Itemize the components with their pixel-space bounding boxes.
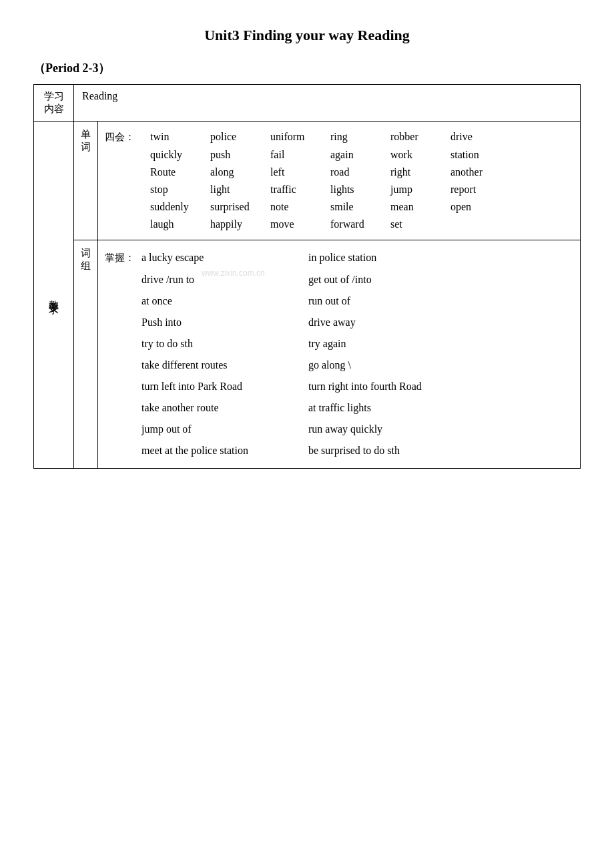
phrase-2-right: get out of /into www.zixin.com.cn: [308, 274, 573, 286]
word-row-4: stop light traffic lights jump report: [105, 181, 573, 198]
phrase-7-right: turn right into fourth Road: [308, 381, 573, 393]
word-surprised: surprised: [205, 201, 265, 213]
phrase-row-5: try to do sth try again: [105, 333, 573, 355]
word-fail: fail: [265, 149, 325, 161]
word-ring: ring: [325, 131, 385, 143]
word-mean: mean: [385, 201, 445, 213]
word-forward: forward: [325, 218, 385, 230]
period-label: （Period 2-3）: [33, 60, 581, 76]
phrase-5-right: try again: [308, 338, 573, 350]
phrase-row-9: jump out of run away quickly: [105, 419, 573, 440]
phrase-row-8: take another route at traffic lights: [105, 397, 573, 419]
phrase-3-left: at once: [141, 295, 308, 307]
phrase-row-2: drive /run to get out of /into www.zixin…: [105, 269, 573, 290]
phrase-4-left: Push into: [141, 316, 308, 329]
sihui-label: 四会：: [105, 131, 145, 144]
phrase-10-right: be surprised to do sth: [308, 445, 573, 457]
word-section: 四会： twin police uniform ring robber driv…: [105, 126, 573, 236]
word-robber: robber: [385, 131, 445, 143]
phrase-6-left: take different routes: [141, 359, 308, 371]
main-table: 学习内容 Reading 教学要求 单 词 四会： twin police un…: [33, 84, 581, 469]
word-note: note: [265, 201, 325, 213]
word-suddenly: suddenly: [145, 201, 205, 213]
header-value-cell: Reading: [74, 85, 581, 122]
phrase-1-right: in police station: [308, 252, 573, 264]
header-row: 学习内容 Reading: [34, 85, 581, 122]
phrase-row-main: 词 组 掌握： a lucky escape in police station…: [34, 240, 581, 469]
word-content-cell: 四会： twin police uniform ring robber driv…: [98, 122, 581, 240]
phrase-4-right: drive away: [308, 316, 573, 329]
phrase-category-label: 词 组: [74, 240, 98, 469]
phrase-5-left: try to do sth: [141, 338, 308, 350]
watermark: www.zixin.com.cn: [202, 268, 265, 278]
word-twin: twin: [145, 131, 205, 143]
phrase-3-right: run out of: [308, 295, 573, 307]
word-push: push: [205, 149, 265, 161]
word-uniform: uniform: [265, 131, 325, 143]
vocabulary-row: 教学要求 单 词 四会： twin police uniform ring ro…: [34, 122, 581, 240]
header-label-cell: 学习内容: [34, 85, 74, 122]
word-left: left: [265, 166, 325, 178]
word-work: work: [385, 149, 445, 161]
word-jump: jump: [385, 184, 445, 196]
word-row-3: Route along left road right another: [105, 164, 573, 181]
phrase-row-6: take different routes go along \: [105, 355, 573, 376]
word-category-label: 单 词: [74, 122, 98, 240]
phrase-1-left: a lucky escape: [141, 252, 308, 264]
word-row-2: quickly push fail again work station: [105, 146, 573, 164]
word-lights: lights: [325, 184, 385, 196]
word-along: along: [205, 166, 265, 178]
phrase-8-left: take another route: [141, 402, 308, 414]
phrase-10-left: meet at the police station: [141, 445, 308, 457]
phrase-content-cell: 掌握： a lucky escape in police station dri…: [98, 240, 581, 469]
word-police: police: [205, 131, 265, 143]
word-road: road: [325, 166, 385, 178]
phrase-9-left: jump out of: [141, 423, 308, 435]
word-traffic: traffic: [265, 184, 325, 196]
word-station: station: [445, 149, 505, 161]
word-another: another: [445, 166, 505, 178]
phrase-row-10: meet at the police station be surprised …: [105, 440, 573, 461]
page-title: Unit3 Finding your way Reading: [33, 27, 581, 44]
word-happily: happily: [205, 218, 265, 230]
word-quickly: quickly: [145, 149, 205, 161]
phrase-row-4: Push into drive away: [105, 312, 573, 333]
word-route: Route: [145, 166, 205, 178]
word-again: again: [325, 149, 385, 161]
phrase-row-3: at once run out of: [105, 290, 573, 312]
word-set: set: [385, 218, 445, 230]
word-laugh: laugh: [145, 218, 205, 230]
word-open: open: [445, 201, 505, 213]
word-right: right: [385, 166, 445, 178]
phrase-row-1: 掌握： a lucky escape in police station: [105, 247, 573, 269]
word-smile: smile: [325, 201, 385, 213]
word-move: move: [265, 218, 325, 230]
section-label: 教学要求: [34, 122, 74, 469]
word-light: light: [205, 184, 265, 196]
phrase-7-left: turn left into Park Road: [141, 381, 308, 393]
phrase-8-right: at traffic lights: [308, 402, 573, 414]
phrase-6-right: go along \: [308, 359, 573, 371]
word-stop: stop: [145, 184, 205, 196]
phrase-section: 掌握： a lucky escape in police station dri…: [105, 244, 573, 464]
phrase-9-right: run away quickly: [308, 423, 573, 435]
word-report: report: [445, 184, 505, 196]
word-row-6: laugh happily move forward set: [105, 216, 573, 233]
word-drive: drive: [445, 131, 505, 143]
word-row-1: 四会： twin police uniform ring robber driv…: [105, 128, 573, 146]
word-row-5: suddenly surprised note smile mean open: [105, 198, 573, 216]
zhangwo-label: 掌握：: [105, 252, 141, 264]
phrase-row-7: turn left into Park Road turn right into…: [105, 376, 573, 397]
